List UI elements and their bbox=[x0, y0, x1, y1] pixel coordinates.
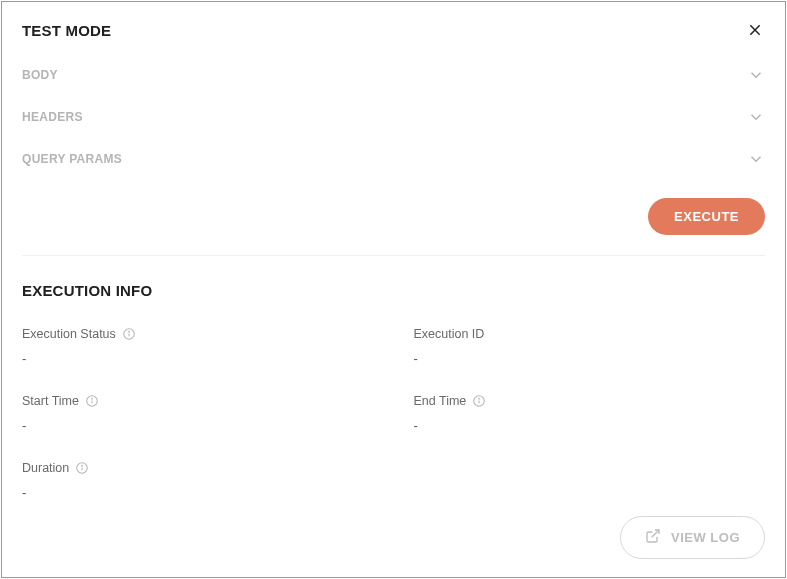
chevron-down-icon bbox=[747, 150, 765, 168]
accordion-headers[interactable]: HEADERS bbox=[22, 96, 765, 138]
duration-value: - bbox=[22, 485, 374, 500]
close-icon[interactable] bbox=[745, 20, 765, 40]
panel-title: TEST MODE bbox=[22, 22, 111, 39]
view-log-button[interactable]: VIEW LOG bbox=[620, 516, 765, 559]
accordion-query-params-label: QUERY PARAMS bbox=[22, 152, 122, 166]
end-time-value: - bbox=[414, 418, 766, 433]
execute-row: EXECUTE bbox=[22, 180, 765, 256]
execution-status-label: Execution Status bbox=[22, 327, 116, 341]
external-link-icon bbox=[645, 528, 661, 547]
field-start-time: Start Time - bbox=[22, 394, 374, 433]
panel-header: TEST MODE bbox=[22, 20, 765, 40]
execution-id-label: Execution ID bbox=[414, 327, 485, 341]
info-icon[interactable] bbox=[122, 327, 136, 341]
view-log-row: VIEW LOG bbox=[620, 516, 765, 559]
test-mode-panel: TEST MODE BODY HEADERS QUERY PARAMS bbox=[1, 1, 786, 578]
info-icon[interactable] bbox=[75, 461, 89, 475]
svg-point-13 bbox=[82, 465, 83, 466]
svg-line-14 bbox=[652, 530, 659, 537]
chevron-down-icon bbox=[747, 108, 765, 126]
accordion-headers-label: HEADERS bbox=[22, 110, 83, 124]
execution-id-value: - bbox=[414, 351, 766, 366]
start-time-label: Start Time bbox=[22, 394, 79, 408]
svg-point-10 bbox=[479, 398, 480, 399]
field-end-time: End Time - bbox=[414, 394, 766, 433]
field-execution-id: Execution ID - bbox=[414, 327, 766, 366]
execution-status-value: - bbox=[22, 351, 374, 366]
info-icon[interactable] bbox=[85, 394, 99, 408]
info-icon[interactable] bbox=[472, 394, 486, 408]
duration-label: Duration bbox=[22, 461, 69, 475]
accordion-body[interactable]: BODY bbox=[22, 54, 765, 96]
view-log-label: VIEW LOG bbox=[671, 530, 740, 545]
svg-point-4 bbox=[128, 331, 129, 332]
svg-point-7 bbox=[92, 398, 93, 399]
execution-info-title: EXECUTION INFO bbox=[22, 282, 765, 299]
execute-button[interactable]: EXECUTE bbox=[648, 198, 765, 235]
field-duration: Duration - bbox=[22, 461, 374, 500]
chevron-down-icon bbox=[747, 66, 765, 84]
accordion-body-label: BODY bbox=[22, 68, 58, 82]
field-execution-status: Execution Status - bbox=[22, 327, 374, 366]
start-time-value: - bbox=[22, 418, 374, 433]
end-time-label: End Time bbox=[414, 394, 467, 408]
execution-info-grid: Execution Status - Execution ID - Start … bbox=[22, 327, 765, 500]
accordion-query-params[interactable]: QUERY PARAMS bbox=[22, 138, 765, 180]
